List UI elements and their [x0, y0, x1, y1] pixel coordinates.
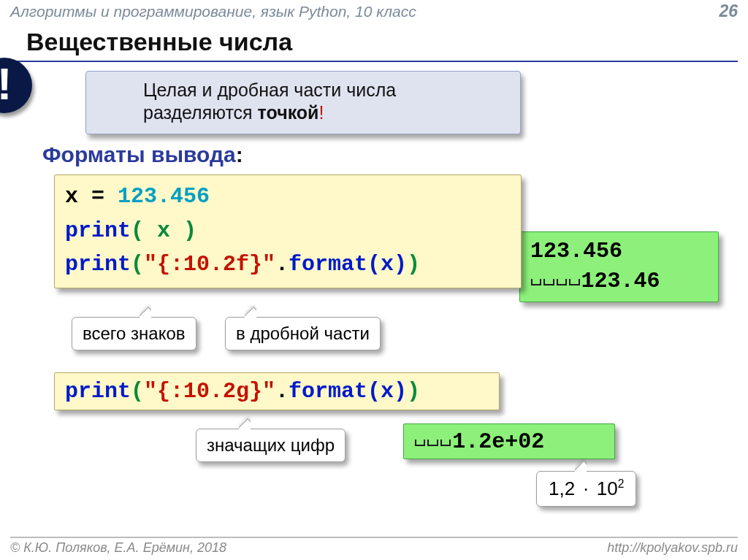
footer-copyright: © К.Ю. Поляков, Е.А. Ерёмин, 2018 [10, 540, 226, 556]
footer-rule [10, 537, 738, 538]
code-paren: ( [131, 379, 144, 404]
space-icon [440, 429, 452, 448]
code-string: "{:10.2f}" [144, 252, 275, 277]
space-icon [427, 429, 439, 448]
bubble-scientific-notation: 1,2 · 102 [536, 471, 636, 507]
output-value: 123.46 [581, 269, 660, 294]
code-string: "{:10.2g}" [144, 379, 275, 404]
footer-url: http://kpolyakov.spb.ru [607, 540, 738, 556]
code-format-call: format(x) [289, 252, 407, 277]
code-keyword-print: print [65, 252, 131, 277]
code-paren: ( x ) [131, 218, 196, 243]
code-paren: ( [131, 252, 144, 277]
subheading-text: Форматы вывода [42, 142, 236, 166]
note-exclaim: ! [319, 102, 324, 123]
output-block-2: 1.2e+02 [403, 423, 615, 459]
code-paren: ) [407, 379, 420, 404]
code-number: 123.456 [118, 184, 210, 209]
output-block-1: 123.456 123.46 [519, 231, 719, 302]
bubble-fraction-digits: в дробной части [225, 317, 381, 350]
output-value: 1.2e+02 [452, 429, 544, 454]
bubble-text: всего знаков [83, 323, 186, 343]
sci-dot: · [580, 477, 591, 499]
space-icon [556, 268, 568, 288]
note-callout: Целая и дробная части числа разделяются … [85, 71, 521, 134]
code-dot: . [275, 379, 289, 404]
space-icon [543, 268, 555, 288]
page-title: Вещественные числа [26, 28, 748, 56]
attention-icon: ! [0, 58, 32, 113]
bubble-significant-digits: значащих цифр [196, 429, 346, 462]
bubble-text: значащих цифр [207, 435, 335, 455]
page-number: 26 [719, 1, 738, 21]
code-dot: . [275, 252, 289, 277]
sci-mantissa: 1,2 [549, 477, 575, 499]
code-var: x = [65, 184, 118, 209]
code-format-call: format(x) [289, 379, 407, 404]
sci-base: 10 [597, 477, 618, 499]
code-keyword-print: print [65, 379, 131, 404]
subheading: Форматы вывода: [42, 142, 243, 167]
bubble-text: в дробной части [236, 323, 370, 343]
space-icon [568, 268, 581, 288]
output-line: 123.46 [530, 266, 711, 296]
content: ! Целая и дробная части числа разделяютс… [0, 62, 748, 529]
bubble-total-width: всего знаков [72, 317, 196, 350]
code-keyword-print: print [65, 218, 131, 243]
code-paren: ) [407, 252, 420, 277]
space-icon [414, 429, 427, 448]
note-bold: точкой [258, 102, 319, 123]
output-line: 123.456 [530, 237, 711, 266]
space-icon [530, 268, 543, 288]
code-block-2: print("{:10.2g}".format(x)) [54, 372, 500, 410]
code-block-1: x = 123.456 print( x ) print("{:10.2f}".… [54, 174, 522, 288]
sci-exponent: 2 [618, 477, 625, 490]
course-header: Алгоритмы и программирование, язык Pytho… [0, 0, 748, 20]
